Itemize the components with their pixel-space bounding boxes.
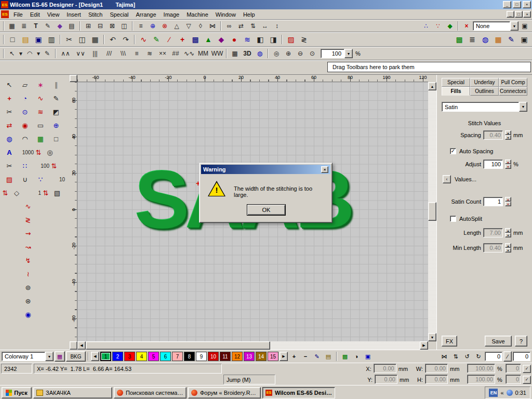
preset-10[interactable]: 10	[48, 172, 66, 186]
print-icon[interactable]: ▥	[45, 33, 58, 46]
paste-icon[interactable]: ▦	[89, 33, 101, 46]
menu-machine[interactable]: Machine	[183, 10, 212, 19]
menu-help[interactable]: Help	[240, 10, 259, 19]
chevron-down-icon[interactable]: ▼	[510, 21, 518, 31]
globe-tool[interactable]: ◍	[2, 132, 17, 145]
scroll-right-icon[interactable]: ▶	[420, 341, 428, 350]
clear-filter-icon[interactable]: ×	[461, 21, 472, 31]
horizontal-scrollbar[interactable]: ◀ ▶	[77, 341, 428, 350]
preset-1000-arrows[interactable]: ⇅	[35, 145, 42, 159]
knife-tool[interactable]: ✂	[2, 159, 17, 172]
save-button[interactable]: Save	[485, 336, 512, 347]
min-length-spinner[interactable]: ▲ ▼	[505, 243, 511, 252]
mirror-vertical-icon[interactable]: ⇅	[450, 351, 461, 362]
parallel-hatch-tool[interactable]: ∥	[48, 78, 64, 91]
dialog-close-icon[interactable]: ×	[321, 166, 328, 173]
minimize-button[interactable]: _	[503, 1, 511, 8]
menu-file[interactable]: File	[10, 10, 26, 19]
palette-color-11[interactable]: 11	[220, 352, 231, 361]
vertical-scrollbar[interactable]: ▲ ▼	[428, 82, 436, 341]
scale-y-field[interactable]: 100.00	[467, 375, 495, 384]
fabric-icon[interactable]: ▦	[492, 33, 504, 46]
menu-edit[interactable]: Edit	[26, 10, 44, 19]
new-design-icon[interactable]: □	[6, 33, 19, 46]
machine-ring-icon[interactable]: ⊚	[20, 281, 36, 294]
tab-pull-comp[interactable]: Pull Comp	[499, 78, 527, 87]
mesh-tool[interactable]: ▦	[33, 132, 48, 145]
language-indicator[interactable]: EN	[489, 389, 498, 397]
height-field[interactable]: 0.00	[425, 375, 448, 384]
palette-color-7[interactable]: 7	[172, 352, 183, 361]
preset-1-arrows[interactable]: ⇅	[42, 186, 49, 200]
hatch-red-icon[interactable]: ▨	[285, 33, 297, 46]
chevron-down-icon[interactable]: ▼	[519, 102, 527, 112]
m-stitch-icon[interactable]: MM	[196, 48, 210, 59]
zoom-in-icon[interactable]: ⊕	[283, 48, 294, 59]
auto-spacing-checkbox[interactable]: ✓	[450, 148, 456, 154]
grid-settings-icon[interactable]: ▦	[6, 21, 18, 31]
menu-view[interactable]: View	[44, 10, 63, 19]
diamond-tool[interactable]: ◇	[9, 186, 24, 200]
stitch-bolt-icon[interactable]: ↯	[20, 254, 36, 267]
hoop-icon[interactable]: ◍	[479, 33, 491, 46]
penetration-tool[interactable]: +	[2, 91, 17, 105]
adjust-input[interactable]: 100	[483, 159, 503, 169]
reshape-tool[interactable]: ▱	[17, 78, 33, 91]
object-list-icon[interactable]: ≣	[466, 33, 478, 46]
chevron-down-icon[interactable]: ▼	[45, 352, 54, 361]
tab-fills[interactable]: Fills	[442, 87, 470, 96]
mdi-close-button[interactable]: ×	[523, 11, 531, 18]
select-flyout-arrow[interactable]: ▾	[18, 48, 23, 59]
palette-color-3[interactable]: 3	[124, 352, 135, 361]
drop-stitch-tool[interactable]: ◉	[17, 118, 33, 132]
length-spinner[interactable]: ▲ ▼	[505, 228, 511, 237]
center-design-icon[interactable]: ⊕	[147, 21, 158, 31]
scroll-up-icon[interactable]: ▲	[428, 82, 436, 90]
palette-color-14[interactable]: 14	[256, 352, 267, 361]
palette-color-10[interactable]: 10	[208, 352, 219, 361]
triangle-tool-icon[interactable]: △	[171, 21, 182, 31]
slant-stitch-icon[interactable]: ///	[102, 48, 116, 59]
motif-tool[interactable]: ∗	[33, 78, 48, 91]
thread-chart-icon[interactable]: ▩	[340, 351, 350, 362]
tab-connectors[interactable]: Connectors	[499, 87, 527, 96]
loop-stitch-icon[interactable]: ∞	[223, 21, 235, 31]
length-input[interactable]: 7.00	[483, 228, 503, 237]
values-label[interactable]: Values...	[455, 176, 476, 182]
digitize-icon[interactable]: ✎	[150, 33, 163, 46]
notes-icon[interactable]: ✎	[505, 33, 517, 46]
properties-icon[interactable]: ▣	[518, 33, 530, 46]
remove-color-icon[interactable]: −	[300, 351, 311, 362]
palette-color-2[interactable]: 2	[112, 352, 123, 361]
swatch-icon[interactable]: ▣	[363, 351, 373, 362]
palette-color-5[interactable]: 5	[148, 352, 159, 361]
arc-tool[interactable]: ◔	[17, 91, 33, 105]
grid-off-icon[interactable]: ⊟	[95, 21, 106, 31]
filter-extra-button[interactable]: ▣	[519, 21, 530, 31]
preset-1[interactable]: 1	[24, 186, 42, 200]
vertical-scroll-thumb[interactable]	[428, 202, 436, 221]
menu-arrange[interactable]: Arrange	[132, 10, 159, 19]
palette-color-1[interactable]: 1	[100, 352, 111, 361]
edit-color-icon[interactable]: ✎	[312, 351, 322, 362]
palette-scroll-right-icon[interactable]: ▶	[280, 352, 288, 361]
values-flyout-button[interactable]: ‹	[443, 175, 451, 183]
spin-up-icon[interactable]: ▲	[505, 197, 511, 202]
transform-apply-icon[interactable]: ✓	[523, 376, 531, 384]
palette-color-15[interactable]: 15	[268, 352, 278, 361]
circle-tool[interactable]: ⊙	[17, 105, 33, 118]
tab-outlines[interactable]: Outlines	[470, 87, 499, 96]
stitch-curve-icon[interactable]: ≀	[20, 267, 36, 281]
rotate-angle-input[interactable]: 0	[485, 352, 502, 361]
backslant-stitch-icon[interactable]: \\\	[116, 48, 130, 59]
spin-down-icon[interactable]: ▼	[505, 164, 511, 169]
w-stitch-icon[interactable]: WW	[210, 48, 224, 59]
ok-button[interactable]: OK	[247, 204, 286, 216]
start-button[interactable]: Пуск	[2, 387, 32, 398]
rotate-y-field[interactable]: 0	[506, 375, 521, 384]
cross-stitch-icon[interactable]: ××	[156, 48, 169, 59]
triangle-down-icon[interactable]: ▽	[183, 21, 194, 31]
thread-colors-icon[interactable]: ▩	[453, 33, 466, 46]
preset-1000[interactable]: 1000	[17, 145, 35, 159]
stretch-h-icon[interactable]: ↔	[259, 21, 271, 31]
